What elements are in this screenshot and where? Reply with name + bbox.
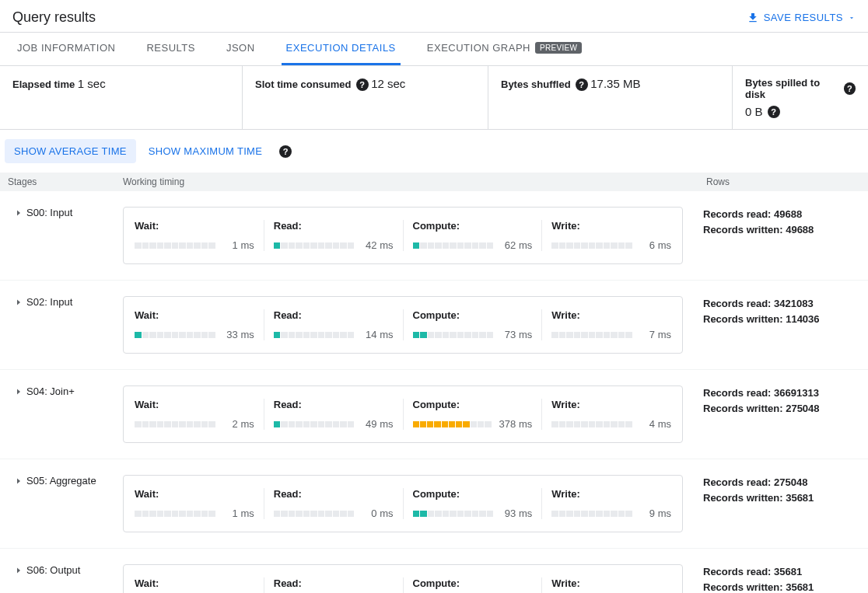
records-written: Records written: 35681 — [703, 580, 868, 594]
tab-json[interactable]: JSON — [222, 33, 260, 65]
timing-value: 1 ms — [223, 239, 254, 251]
stage-expand-toggle[interactable]: S02: Input — [0, 296, 123, 354]
tab-label: JOB INFORMATION — [17, 42, 115, 54]
help-icon[interactable]: ? — [356, 78, 369, 91]
timing-wait: Wait:1 ms — [135, 220, 264, 251]
progress-bar — [551, 511, 632, 517]
stage-row: S00: InputWait:1 msRead:42 msCompute:62 … — [0, 191, 868, 281]
records-written: Records written: 275048 — [703, 401, 868, 417]
timing-read: Read:0 ms — [264, 577, 404, 593]
save-results-label: SAVE RESULTS — [764, 12, 843, 23]
timing-label: Read: — [274, 399, 394, 410]
stage-row: S02: InputWait:33 msRead:14 msCompute:73… — [0, 281, 868, 370]
stage-name: S04: Join+ — [26, 385, 75, 397]
timing-label: Write: — [551, 220, 671, 232]
timing-col-header: Working timing — [123, 176, 706, 187]
timing-card: Wait:2 msRead:49 msCompute:378 msWrite:4… — [123, 385, 683, 443]
progress-bar — [274, 421, 355, 427]
timing-value: 73 ms — [501, 329, 532, 340]
summary-elapsed-value: 1 sec — [78, 77, 106, 90]
timing-label: Compute: — [413, 488, 533, 500]
stage-expand-toggle[interactable]: S05: Aggregate — [0, 475, 123, 532]
progress-bar — [551, 332, 632, 338]
stage-expand-toggle[interactable]: S06: Output — [0, 564, 123, 593]
timing-label: Read: — [274, 577, 394, 589]
timing-value: 0 ms — [362, 508, 394, 519]
timing-write: Write:4 ms — [542, 399, 671, 430]
summary-spilled: Bytes spilled to disk? 0 B? — [733, 66, 868, 129]
help-icon[interactable]: ? — [279, 145, 292, 158]
chevron-right-icon — [14, 298, 23, 307]
timing-label: Wait: — [135, 488, 254, 500]
timing-write: Write:7 ms — [542, 309, 671, 340]
caret-down-icon — [848, 14, 856, 22]
progress-bar — [135, 511, 215, 517]
timing-wait: Wait:2 ms — [135, 399, 264, 430]
records-read: Records read: 36691313 — [703, 385, 868, 401]
stages-col-header: Stages — [0, 176, 123, 187]
progress-bar — [135, 421, 215, 427]
stage-expand-toggle[interactable]: S00: Input — [0, 207, 123, 264]
summary-elapsed-label: Elapsed time — [12, 78, 75, 90]
stages-table-header: Stages Working timing Rows — [0, 173, 868, 191]
timing-write: Write:67 ms — [542, 577, 671, 593]
timing-value: 9 ms — [640, 508, 671, 519]
summary-shuffled-value: 17.35 MB — [590, 77, 640, 90]
chevron-right-icon — [14, 387, 23, 396]
timing-label: Read: — [274, 220, 394, 232]
timing-label: Wait: — [135, 577, 254, 589]
tab-execution-graph[interactable]: EXECUTION GRAPHPREVIEW — [422, 33, 586, 65]
timing-label: Compute: — [413, 309, 533, 321]
summary-spilled-label: Bytes spilled to disk — [745, 77, 839, 100]
timing-value: 1 ms — [223, 508, 254, 519]
records-read: Records read: 3421083 — [703, 296, 868, 312]
tab-results[interactable]: RESULTS — [142, 33, 200, 65]
timing-label: Compute: — [413, 399, 533, 410]
timing-value: 33 ms — [223, 329, 254, 340]
timing-card: Wait:102 msRead:0 msCompute:159 msWrite:… — [123, 564, 683, 593]
timing-value: 4 ms — [640, 418, 671, 430]
timing-compute: Compute:73 ms — [404, 309, 543, 340]
timing-value: 6 ms — [640, 239, 671, 251]
timing-label: Write: — [551, 399, 671, 410]
chevron-right-icon — [14, 566, 23, 575]
show-average-time-button[interactable]: SHOW AVERAGE TIME — [5, 139, 136, 163]
stage-expand-toggle[interactable]: S04: Join+ — [0, 385, 123, 443]
tab-job-information[interactable]: JOB INFORMATION — [12, 33, 120, 65]
stage-name: S02: Input — [26, 296, 72, 308]
show-maximum-time-button[interactable]: SHOW MAXIMUM TIME — [139, 139, 271, 163]
progress-bar — [135, 242, 215, 249]
timing-label: Compute: — [413, 577, 533, 589]
progress-bar — [413, 242, 494, 249]
records-read: Records read: 275048 — [703, 475, 868, 490]
tab-execution-details[interactable]: EXECUTION DETAILS — [282, 33, 401, 65]
records-written: Records written: 49688 — [703, 222, 868, 238]
stage-name: S05: Aggregate — [26, 475, 96, 487]
help-icon[interactable]: ? — [576, 78, 588, 91]
page-title: Query results — [12, 9, 96, 26]
progress-bar — [274, 511, 355, 517]
help-icon[interactable]: ? — [768, 106, 780, 118]
progress-bar — [413, 511, 494, 517]
stage-rows: Records read: 3421083Records written: 11… — [683, 296, 868, 354]
rows-col-header: Rows — [706, 176, 868, 187]
timing-label: Compute: — [413, 220, 533, 232]
save-results-button[interactable]: SAVE RESULTS — [747, 12, 856, 24]
timing-write: Write:6 ms — [542, 220, 671, 251]
stage-name: S00: Input — [26, 207, 72, 218]
timing-value: 2 ms — [223, 418, 254, 430]
chevron-right-icon — [14, 476, 23, 486]
preview-badge: PREVIEW — [535, 42, 582, 54]
summary-slot-label: Slot time consumed — [255, 78, 352, 90]
timing-card: Wait:33 msRead:14 msCompute:73 msWrite:7… — [123, 296, 683, 354]
timing-read: Read:0 ms — [264, 488, 404, 519]
help-icon[interactable]: ? — [844, 82, 856, 95]
timing-label: Wait: — [135, 309, 254, 321]
timing-value: 14 ms — [362, 329, 394, 340]
timing-label: Wait: — [135, 220, 254, 232]
timing-value: 62 ms — [501, 239, 532, 251]
summary-slot-value: 12 sec — [371, 77, 405, 90]
records-read: Records read: 49688 — [703, 207, 868, 222]
timing-wait: Wait:33 ms — [135, 309, 264, 340]
stage-row: S04: Join+Wait:2 msRead:49 msCompute:378… — [0, 370, 868, 459]
